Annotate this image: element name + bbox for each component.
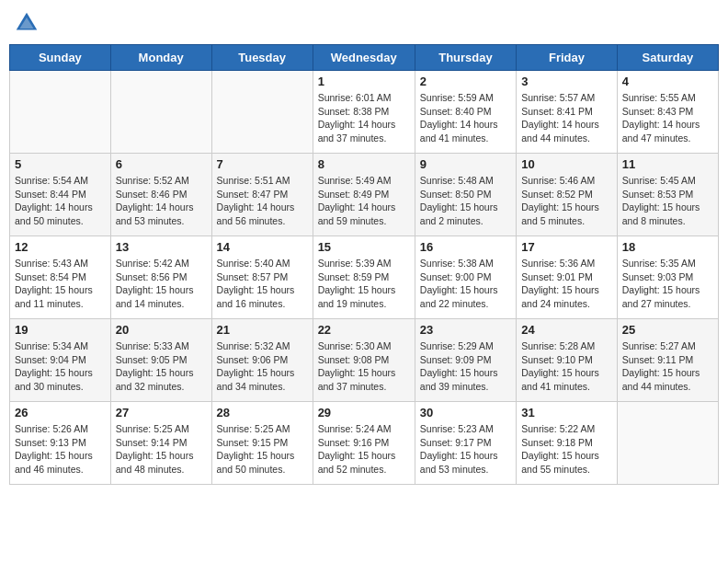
page-header (9, 9, 719, 37)
calendar-cell: 5Sunrise: 5:54 AM Sunset: 8:44 PM Daylig… (10, 154, 111, 236)
day-number: 16 (420, 240, 511, 254)
day-info: Sunrise: 5:33 AM Sunset: 9:05 PM Dayligh… (116, 339, 207, 394)
calendar-cell: 1Sunrise: 6:01 AM Sunset: 8:38 PM Daylig… (313, 71, 415, 154)
day-info: Sunrise: 5:35 AM Sunset: 9:03 PM Dayligh… (622, 257, 713, 311)
day-number: 13 (116, 240, 207, 254)
calendar-week-row: 26Sunrise: 5:26 AM Sunset: 9:13 PM Dayli… (10, 402, 719, 485)
calendar-cell: 18Sunrise: 5:35 AM Sunset: 9:03 PM Dayli… (617, 236, 718, 319)
calendar-cell: 29Sunrise: 5:24 AM Sunset: 9:16 PM Dayli… (313, 402, 415, 485)
calendar-cell: 13Sunrise: 5:42 AM Sunset: 8:56 PM Dayli… (110, 236, 211, 319)
day-info: Sunrise: 5:28 AM Sunset: 9:10 PM Dayligh… (521, 339, 612, 394)
column-header-sunday: Sunday (10, 45, 111, 71)
calendar-cell: 17Sunrise: 5:36 AM Sunset: 9:01 PM Dayli… (517, 236, 618, 319)
day-number: 17 (521, 240, 612, 254)
day-info: Sunrise: 5:27 AM Sunset: 9:11 PM Dayligh… (622, 339, 713, 394)
calendar-week-row: 19Sunrise: 5:34 AM Sunset: 9:04 PM Dayli… (10, 319, 719, 402)
day-number: 7 (217, 157, 308, 171)
day-info: Sunrise: 5:25 AM Sunset: 9:15 PM Dayligh… (217, 422, 308, 477)
calendar-cell: 23Sunrise: 5:29 AM Sunset: 9:09 PM Dayli… (415, 319, 516, 402)
day-number: 27 (116, 406, 207, 419)
day-number: 26 (15, 406, 106, 419)
calendar-cell: 11Sunrise: 5:45 AM Sunset: 8:53 PM Dayli… (617, 154, 718, 236)
column-header-friday: Friday (517, 45, 618, 71)
calendar-header-row: SundayMondayTuesdayWednesdayThursdayFrid… (10, 45, 719, 71)
day-number: 31 (521, 406, 612, 419)
day-number: 20 (116, 323, 207, 337)
calendar-cell: 16Sunrise: 5:38 AM Sunset: 9:00 PM Dayli… (415, 236, 516, 319)
calendar-cell: 8Sunrise: 5:49 AM Sunset: 8:49 PM Daylig… (313, 154, 415, 236)
calendar-cell: 26Sunrise: 5:26 AM Sunset: 9:13 PM Dayli… (10, 402, 111, 485)
day-info: Sunrise: 5:38 AM Sunset: 9:00 PM Dayligh… (420, 257, 511, 311)
calendar-cell: 15Sunrise: 5:39 AM Sunset: 8:59 PM Dayli… (313, 236, 415, 319)
day-info: Sunrise: 5:57 AM Sunset: 8:41 PM Dayligh… (521, 91, 612, 145)
calendar-cell: 14Sunrise: 5:40 AM Sunset: 8:57 PM Dayli… (211, 236, 313, 319)
calendar-cell: 7Sunrise: 5:51 AM Sunset: 8:47 PM Daylig… (211, 154, 313, 236)
calendar-cell: 9Sunrise: 5:48 AM Sunset: 8:50 PM Daylig… (415, 154, 516, 236)
day-info: Sunrise: 5:46 AM Sunset: 8:52 PM Dayligh… (521, 174, 612, 228)
day-info: Sunrise: 5:23 AM Sunset: 9:17 PM Dayligh… (420, 422, 511, 477)
day-info: Sunrise: 5:39 AM Sunset: 8:59 PM Dayligh… (318, 257, 410, 311)
day-number: 3 (521, 75, 612, 88)
column-header-tuesday: Tuesday (211, 45, 313, 71)
calendar-cell: 3Sunrise: 5:57 AM Sunset: 8:41 PM Daylig… (517, 71, 618, 154)
day-info: Sunrise: 5:25 AM Sunset: 9:14 PM Dayligh… (116, 422, 207, 477)
calendar-cell: 6Sunrise: 5:52 AM Sunset: 8:46 PM Daylig… (110, 154, 211, 236)
calendar-cell: 2Sunrise: 5:59 AM Sunset: 8:40 PM Daylig… (415, 71, 516, 154)
day-number: 9 (420, 157, 511, 171)
day-info: Sunrise: 5:22 AM Sunset: 9:18 PM Dayligh… (521, 422, 612, 477)
calendar-cell: 22Sunrise: 5:30 AM Sunset: 9:08 PM Dayli… (313, 319, 415, 402)
logo-icon (13, 9, 40, 37)
column-header-monday: Monday (110, 45, 211, 71)
day-number: 15 (318, 240, 410, 254)
day-info: Sunrise: 5:59 AM Sunset: 8:40 PM Dayligh… (420, 91, 511, 145)
day-number: 28 (217, 406, 308, 419)
day-info: Sunrise: 5:26 AM Sunset: 9:13 PM Dayligh… (15, 422, 106, 477)
day-number: 19 (15, 323, 106, 337)
calendar-cell: 24Sunrise: 5:28 AM Sunset: 9:10 PM Dayli… (517, 319, 618, 402)
day-info: Sunrise: 5:52 AM Sunset: 8:46 PM Dayligh… (116, 174, 207, 228)
calendar-cell: 21Sunrise: 5:32 AM Sunset: 9:06 PM Dayli… (211, 319, 313, 402)
calendar-cell: 4Sunrise: 5:55 AM Sunset: 8:43 PM Daylig… (617, 71, 718, 154)
day-number: 12 (15, 240, 106, 254)
calendar-cell: 19Sunrise: 5:34 AM Sunset: 9:04 PM Dayli… (10, 319, 111, 402)
day-number: 4 (622, 75, 713, 88)
day-number: 18 (622, 240, 713, 254)
calendar-cell (211, 71, 313, 154)
column-header-wednesday: Wednesday (313, 45, 415, 71)
calendar-cell: 10Sunrise: 5:46 AM Sunset: 8:52 PM Dayli… (517, 154, 618, 236)
day-info: Sunrise: 5:30 AM Sunset: 9:08 PM Dayligh… (318, 339, 410, 394)
day-info: Sunrise: 5:49 AM Sunset: 8:49 PM Dayligh… (318, 174, 410, 228)
day-info: Sunrise: 5:36 AM Sunset: 9:01 PM Dayligh… (521, 257, 612, 311)
day-number: 23 (420, 323, 511, 337)
day-info: Sunrise: 5:29 AM Sunset: 9:09 PM Dayligh… (420, 339, 511, 394)
column-header-thursday: Thursday (415, 45, 516, 71)
calendar-cell: 20Sunrise: 5:33 AM Sunset: 9:05 PM Dayli… (110, 319, 211, 402)
day-number: 22 (318, 323, 410, 337)
calendar-cell (10, 71, 111, 154)
day-info: Sunrise: 5:54 AM Sunset: 8:44 PM Dayligh… (15, 174, 106, 228)
day-info: Sunrise: 5:43 AM Sunset: 8:54 PM Dayligh… (15, 257, 106, 311)
logo (13, 9, 44, 37)
day-info: Sunrise: 5:24 AM Sunset: 9:16 PM Dayligh… (318, 422, 410, 477)
day-number: 5 (15, 157, 106, 171)
calendar-cell: 25Sunrise: 5:27 AM Sunset: 9:11 PM Dayli… (617, 319, 718, 402)
day-info: Sunrise: 6:01 AM Sunset: 8:38 PM Dayligh… (318, 91, 410, 145)
calendar-cell: 27Sunrise: 5:25 AM Sunset: 9:14 PM Dayli… (110, 402, 211, 485)
day-number: 10 (521, 157, 612, 171)
day-number: 29 (318, 406, 410, 419)
day-info: Sunrise: 5:34 AM Sunset: 9:04 PM Dayligh… (15, 339, 106, 394)
calendar-cell: 30Sunrise: 5:23 AM Sunset: 9:17 PM Dayli… (415, 402, 516, 485)
day-number: 30 (420, 406, 511, 419)
day-number: 21 (217, 323, 308, 337)
day-number: 8 (318, 157, 410, 171)
day-number: 14 (217, 240, 308, 254)
day-info: Sunrise: 5:45 AM Sunset: 8:53 PM Dayligh… (622, 174, 713, 228)
day-number: 2 (420, 75, 511, 88)
calendar-week-row: 1Sunrise: 6:01 AM Sunset: 8:38 PM Daylig… (10, 71, 719, 154)
day-number: 11 (622, 157, 713, 171)
calendar-cell (617, 402, 718, 485)
day-info: Sunrise: 5:32 AM Sunset: 9:06 PM Dayligh… (217, 339, 308, 394)
day-number: 25 (622, 323, 713, 337)
column-header-saturday: Saturday (617, 45, 718, 71)
day-info: Sunrise: 5:55 AM Sunset: 8:43 PM Dayligh… (622, 91, 713, 145)
